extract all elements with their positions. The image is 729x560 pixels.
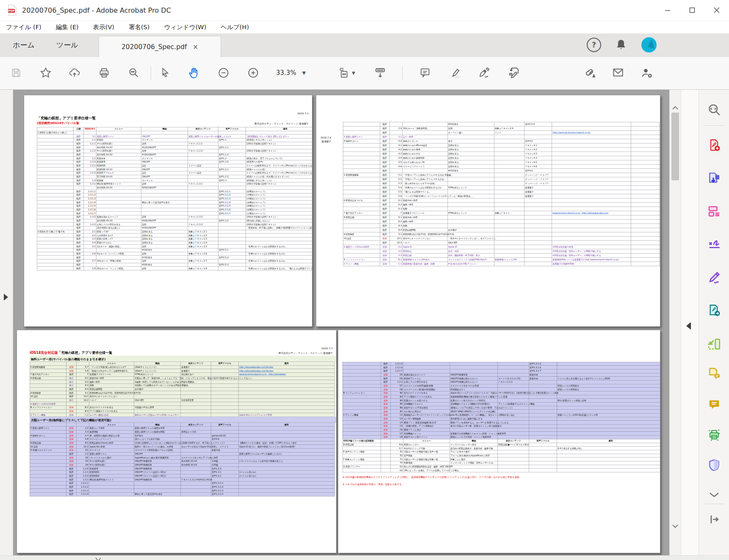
main-area: 2020.7.6「究極の瞑想」アプリ要求仕様一覧(現状維持)iOS14サバイバル… bbox=[0, 90, 729, 555]
spec-row: 追加A.2瞑想日記日付・内容iOS完全対応版「有料ユーザー」が閲覧可能にする bbox=[343, 249, 660, 253]
acrobat-pdf-file-icon: PDF bbox=[8, 5, 17, 16]
organize-pages-icon[interactable] bbox=[706, 203, 722, 219]
scroll-up-icon[interactable] bbox=[672, 104, 679, 112]
tab-home[interactable]: ホーム bbox=[13, 33, 35, 56]
menu-view[interactable]: 表示(V) bbox=[93, 23, 114, 31]
menu-file[interactable]: ファイル (F) bbox=[6, 23, 41, 31]
spec-row: F 映像コンテンツ視聴F1月額ユーザーが視聴可能な映像一覧映像ごとに選択 bbox=[342, 458, 660, 461]
notifications-bell-icon[interactable] bbox=[614, 38, 628, 52]
spec-row: 既存再生時間 XX:XX¥120/ON/OFF音声1.1.1 bbox=[37, 146, 312, 149]
scroll-down-icon[interactable] bbox=[672, 522, 679, 530]
share-link-button[interactable] bbox=[581, 63, 599, 82]
help-icon[interactable]: ? bbox=[587, 38, 601, 52]
page-fit-button[interactable]: ▼ bbox=[334, 63, 359, 82]
menu-edit[interactable]: 編集 (E) bbox=[56, 23, 79, 31]
spec-row: 既存2.820分コース「マントラ瞑想」説明画像とテキスト2.8「世界のエリートは… bbox=[37, 267, 312, 270]
zoom-out-button[interactable] bbox=[214, 63, 233, 82]
spec-row: 既存瞑想時間 XX:XXON/OFF音声1.2.1(瞑想チャイムの音) bbox=[37, 168, 312, 171]
spec-row: 既存再生時間 XX:XX¥200/ON/OFF音声1.3.2(部分的に収録しなお… bbox=[37, 219, 312, 223]
spec-row: 既存8.4瞑想記録閲覧日付選択 bbox=[30, 387, 334, 391]
edit-pdf-button[interactable] bbox=[505, 63, 523, 82]
upload-cloud-button[interactable] bbox=[65, 63, 84, 82]
tab-document-label: 20200706_Spec.pdf bbox=[122, 43, 187, 51]
spec-row: 既存8.2編集~保存 bbox=[343, 219, 660, 223]
spec-row: 5 瞑想関連書籍既存5.1「宇宙のパワーと自由にアクセスする方法 実践編」ディー… bbox=[343, 173, 660, 177]
page-down-chevron-icon[interactable] bbox=[95, 556, 102, 560]
menu-help[interactable]: ヘルプ(H) bbox=[221, 23, 249, 31]
spec-row: 4 快眠サポート追加4.7夜、就寝時の感謝の想起など他音声再生ganbou30-… bbox=[30, 434, 334, 438]
spec-row: 追加C4開発プラン 新規追加/編集/表示/非開発プランを追加すると、ユーザーが投… bbox=[342, 421, 660, 425]
footnote: ※ それぞれの追加開発や実装の「見積」金額を公表する。 bbox=[342, 482, 660, 486]
send-for-signature-button[interactable] bbox=[638, 63, 656, 82]
spec-row: 10 設定既存10.1再生中にオートロックしない bbox=[30, 394, 334, 398]
select-tool-button[interactable] bbox=[156, 63, 174, 82]
spec-row: C アドミン機能追加C.1新着情報の新規作成・編集・削除件名/本文/日付/URL… bbox=[343, 262, 660, 266]
spec-row: 既存¥200/再生音声2.5.3 bbox=[37, 263, 312, 267]
star-favorite-button[interactable] bbox=[36, 63, 55, 82]
spec-row: 追加C7追加機能チャット渡邊愛子が追加機能リクエストに回答・チャット履歴保存 bbox=[342, 432, 660, 436]
open-nav-pane-icon[interactable] bbox=[4, 294, 8, 301]
collapse-tools-panel-icon[interactable] bbox=[686, 322, 691, 330]
search-tools-icon[interactable] bbox=[706, 102, 722, 118]
account-avatar[interactable] bbox=[641, 38, 657, 52]
spec-row: 既存完了時間 XX:XXON/OFF音声1.2.2(瞑想チャイムの音、目を開ける… bbox=[37, 175, 312, 179]
spec-row: 既存3.2意図と願望リストON/OFF意図と願望リスト(ユーザーが編集したもの)… bbox=[37, 135, 312, 138]
protect-pdf-icon[interactable] bbox=[706, 457, 722, 473]
expand-panel-icon[interactable] bbox=[706, 511, 722, 527]
vertical-scroll-thumb[interactable] bbox=[671, 113, 679, 180]
print-production-icon[interactable] bbox=[706, 427, 722, 443]
spec-row: 既存1.3.3お気に入りの存在を見るON/OFF(順番は変わらない)テキスト1.… bbox=[342, 380, 660, 384]
print-button[interactable] bbox=[95, 63, 113, 82]
minimize-button[interactable] bbox=[655, 0, 680, 20]
spec-row: 既存1.3.1曜日別 願望実現スートラON/OFF/順番変更テキスト1.3.1+… bbox=[30, 478, 334, 482]
spec-table: iOS14版リリース後の追加開発メニュー機能表示コンテンツ音声ファイル備考8 瞑… bbox=[342, 439, 660, 472]
spec-row: 既存(再生時間の表示は無し)¥150/ON/OFF「瞑想本体」終了後に起動し、画… bbox=[37, 226, 312, 230]
spec-row: 既存2.2なぜ瞑想するの?説明を見る画像とテキスト2.2 bbox=[37, 234, 312, 237]
spec-row: G2ONになっている場合、アプリが起動してメロディが鳴る bbox=[342, 469, 660, 472]
spec-row: 既存¥100/再生音声2.5.1 bbox=[37, 248, 312, 252]
document-canvas[interactable]: 2020.7.6「究極の瞑想」アプリ要求仕様一覧(現状維持)iOS14サバイバル… bbox=[13, 90, 669, 555]
tab-tools[interactable]: ツール bbox=[56, 33, 78, 56]
spec-row: 追加B.3アプリ開発ステイタスを見る bbox=[30, 409, 334, 413]
spec-row: 既存D6瞑想終了チャイムON/OFF(順番は変わらない)スートラ(1.3.1 o… bbox=[342, 377, 660, 381]
spec-row: 既存4.3快眠のための夕方説明を見るテキスト4.3 bbox=[343, 152, 660, 156]
fill-sign-button[interactable] bbox=[475, 63, 494, 82]
menu-sign[interactable]: 署名(S) bbox=[129, 23, 150, 31]
scan-ocr-icon[interactable] bbox=[706, 336, 722, 352]
edit-pdf-tool-icon[interactable] bbox=[706, 269, 722, 285]
spec-row: 追加C5「究極の瞑想」アプリ明朗会計毎月の月額ユーザー数・投票ポイントご購入総額… bbox=[342, 424, 660, 428]
maximize-button[interactable] bbox=[680, 0, 704, 20]
find-button[interactable] bbox=[124, 63, 143, 82]
close-button[interactable] bbox=[704, 0, 729, 20]
toolbar: 33.3% ▼ ▼ bbox=[0, 57, 729, 90]
share-for-review-icon[interactable] bbox=[706, 302, 722, 318]
spec-row: 5 瞑想関連書籍追加5.7「マンガで実践!富と成功をもたらす7(Webサイトにリ… bbox=[30, 365, 334, 369]
comment-tool-icon[interactable] bbox=[706, 396, 722, 412]
tab-document[interactable]: 20200706_Spec.pdf × bbox=[99, 36, 221, 57]
spec-row: 既存4.2快眠のための昼間説明を見るテキスト4.2 bbox=[343, 147, 660, 152]
hand-tool-button[interactable] bbox=[185, 63, 203, 82]
spec-row: 既存1.3.1.5音声1.3.1.5(木曜日のスートラ) bbox=[37, 204, 312, 208]
comment-button[interactable] bbox=[416, 63, 434, 82]
export-pdf-icon[interactable] bbox=[706, 170, 722, 186]
tab-close-icon[interactable]: × bbox=[193, 43, 198, 51]
create-pdf-icon[interactable] bbox=[706, 137, 722, 153]
spec-row: 8.7※日付がクリック可能該当日の瞑想記録表示・新規作成・編集可能8.4で表示す… bbox=[342, 447, 660, 450]
horizontal-scrollbar[interactable] bbox=[0, 555, 729, 560]
page-scrolling-button[interactable] bbox=[371, 63, 389, 82]
spec-row: 既存1.3瞑想後ガイダンス音声1.3(瞑想後にすると良いこと) bbox=[37, 179, 312, 182]
zoom-level-dropdown[interactable]: 33.3% ▼ bbox=[276, 63, 306, 82]
send-for-comments-icon[interactable] bbox=[706, 366, 722, 382]
more-tools-chevron-icon[interactable] bbox=[706, 487, 722, 503]
spec-row: 8 瞑想記録既存8.1新規作成~保存 bbox=[343, 215, 660, 219]
spec-row: G 瞑想プランナーG1朝と夕の瞑想開始時刻を設定・編集・保存 ON/OFF bbox=[342, 465, 660, 469]
email-button[interactable] bbox=[609, 63, 627, 82]
vertical-scrollbar[interactable] bbox=[669, 90, 681, 555]
zoom-in-button[interactable] bbox=[244, 63, 262, 82]
save-button[interactable] bbox=[7, 63, 25, 82]
spec-row: 既存4.6スリーピングマントラ説明を見るテキスト4.6 bbox=[343, 164, 660, 168]
highlight-button[interactable] bbox=[446, 63, 465, 82]
spec-row: 2 瞑想を習う(教えて!愛子先既存2.1瞑想って何?説明を見る画像とテキスト2.… bbox=[37, 230, 312, 234]
fill-and-sign-icon[interactable] bbox=[706, 236, 722, 252]
menu-window[interactable]: ウィンドウ(W) bbox=[164, 23, 206, 31]
